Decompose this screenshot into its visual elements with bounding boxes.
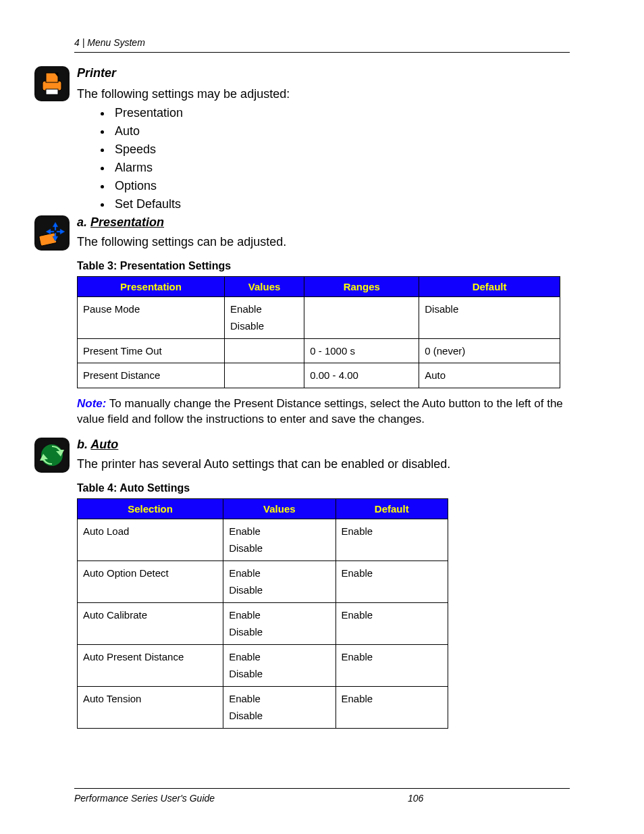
cell: Enable [336, 561, 448, 602]
cell: Enable Disable [223, 602, 336, 644]
table-row: Auto Calibrate Enable Disable Enable [78, 602, 448, 644]
presentation-heading: a. Presentation [77, 215, 570, 230]
cell [225, 363, 304, 388]
heading-title: Auto [90, 438, 118, 451]
cell: Auto Present Distance [78, 644, 223, 686]
cell: Enable Disable [223, 519, 336, 561]
cell: Auto Load [78, 519, 223, 561]
chapter-number: 4 [74, 37, 80, 48]
auto-section: b. Auto The printer has several Auto set… [34, 438, 570, 728]
cell [225, 338, 304, 363]
table-row: Present Time Out 0 - 1000 s 0 (never) [78, 338, 560, 363]
note: Note: To manually change the Present Dis… [77, 396, 570, 427]
col-header: Presentation [78, 276, 225, 296]
bullet-item: Set Defaults [112, 197, 570, 211]
cell: Enable Disable [223, 686, 336, 728]
table4-caption: Table 4: Auto Settings [77, 482, 570, 494]
heading-title: Presentation [90, 215, 164, 229]
cell: 0 - 1000 s [304, 338, 419, 363]
bullet-item: Speeds [112, 142, 570, 157]
header-rule [74, 52, 570, 53]
printer-intro: The following settings may be adjusted: [77, 86, 570, 102]
footer-page: 106 [408, 793, 570, 804]
table-row: Auto Tension Enable Disable Enable [78, 686, 448, 728]
presentation-intro: The following settings can be adjusted. [77, 234, 570, 250]
cell: Pause Mode [78, 296, 225, 338]
cell [304, 296, 419, 338]
cell: Enable Disable [223, 644, 336, 686]
cell: Enable [336, 519, 448, 561]
page: 4 | Menu System Printer The following se… [0, 0, 644, 834]
col-header: Values [225, 276, 304, 296]
svg-rect-3 [46, 89, 58, 95]
cell: Enable Disable [225, 296, 304, 338]
heading-prefix: a. [77, 215, 90, 229]
auto-heading: b. Auto [77, 438, 570, 452]
bullet-item: Auto [112, 124, 570, 138]
table3-caption: Table 3: Presentation Settings [77, 260, 570, 272]
cell: Enable [336, 644, 448, 686]
cell: Enable [336, 602, 448, 644]
note-text: To manually change the Present Distance … [77, 397, 563, 425]
cell: Auto Tension [78, 686, 223, 728]
header-separator: | [80, 37, 87, 48]
presentation-section: a. Presentation The following settings c… [34, 215, 570, 438]
cell: Disable [419, 296, 560, 338]
col-header: Selection [78, 498, 223, 519]
cell: Enable Disable [223, 561, 336, 602]
auto-intro: The printer has several Auto settings th… [77, 456, 570, 472]
presentation-table: Presentation Values Ranges Default Pause… [77, 276, 560, 388]
bullet-item: Alarms [112, 161, 570, 175]
table-row: Pause Mode Enable Disable Disable [78, 296, 560, 338]
table-row: Auto Load Enable Disable Enable [78, 519, 448, 561]
col-header: Default [336, 498, 448, 519]
cell: Auto Calibrate [78, 602, 223, 644]
svg-marker-8 [57, 229, 65, 234]
cell: Enable [336, 686, 448, 728]
col-header: Values [223, 498, 336, 519]
printer-bullets: Presentation Auto Speeds Alarms Options … [77, 106, 570, 211]
cell: Auto Option Detect [78, 561, 223, 602]
move-icon [34, 215, 70, 251]
cell: Present Time Out [78, 338, 225, 363]
footer-rule [74, 788, 570, 789]
note-label: Note: [77, 397, 106, 410]
chapter-title: Menu System [87, 37, 145, 48]
printer-section: Printer The following settings may be ad… [34, 66, 570, 218]
svg-rect-4 [39, 233, 57, 246]
refresh-icon [34, 438, 70, 473]
bullet-item: Options [112, 179, 570, 193]
header: 4 | Menu System [74, 37, 570, 48]
bullet-item: Presentation [112, 106, 570, 120]
footer-title: Performance Series User's Guide [74, 793, 408, 804]
heading-prefix: b. [77, 438, 90, 451]
table-row: Auto Present Distance Enable Disable Ena… [78, 644, 448, 686]
footer: Performance Series User's Guide 106 [74, 788, 570, 804]
printer-title: Printer [77, 66, 570, 80]
svg-marker-5 [53, 222, 58, 230]
cell: Auto [419, 363, 560, 388]
col-header: Ranges [304, 276, 419, 296]
svg-point-9 [41, 444, 63, 466]
col-header: Default [419, 276, 560, 296]
printer-icon [34, 66, 70, 101]
auto-table: Selection Values Default Auto Load Enabl… [77, 498, 448, 729]
cell: 0 (never) [419, 338, 560, 363]
cell: Present Distance [78, 363, 225, 388]
table-row: Auto Option Detect Enable Disable Enable [78, 561, 448, 602]
table-row: Present Distance 0.00 - 4.00 Auto [78, 363, 560, 388]
cell: 0.00 - 4.00 [304, 363, 419, 388]
